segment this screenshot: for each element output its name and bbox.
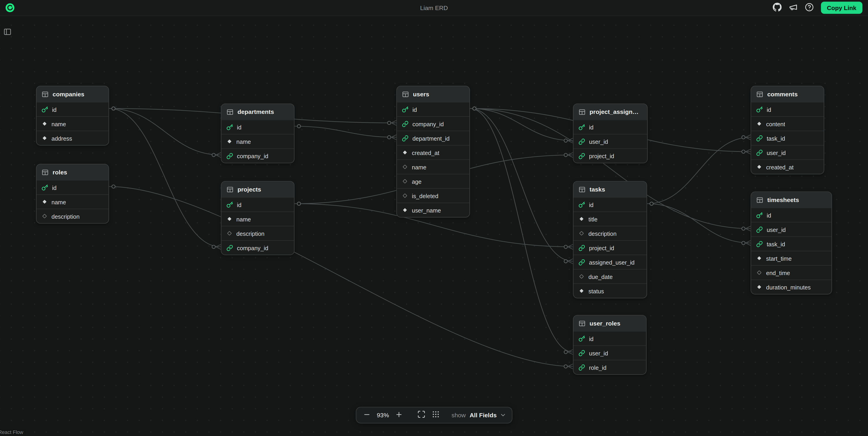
field-name: name [236, 138, 251, 145]
zoom-in-button[interactable] [394, 409, 404, 421]
table-header[interactable]: comments [751, 86, 824, 102]
release-notes-link[interactable] [789, 2, 798, 13]
table-header[interactable]: timesheets [751, 192, 832, 208]
field-row-timesheets-start_time[interactable]: start_time [751, 251, 832, 265]
field-name: user_id [589, 349, 608, 356]
field-row-timesheets-user_id[interactable]: user_id [751, 222, 832, 236]
field-row-timesheets-end_time[interactable]: end_time [751, 265, 832, 279]
key-icon [579, 124, 585, 130]
table-node-users[interactable]: usersidcompany_iddepartment_idcreated_at… [396, 86, 470, 218]
field-row-tasks-due_date[interactable]: due_date [574, 269, 647, 283]
table-node-user_roles[interactable]: user_rolesiduser_idrole_id [573, 315, 647, 375]
erd-canvas[interactable]: companiesidnameaddressrolesidnamedescrip… [0, 0, 868, 436]
field-row-users-is_deleted[interactable]: is_deleted [397, 188, 470, 203]
field-row-users-user_name[interactable]: user_name [397, 203, 470, 217]
field-row-project_assignments-project_id[interactable]: project_id [574, 148, 647, 163]
diamond-outline-icon [756, 270, 762, 276]
field-row-user_roles-id[interactable]: id [574, 331, 646, 345]
table-node-tasks[interactable]: tasksidtitledescriptionproject_idassigne… [573, 181, 647, 298]
field-row-comments-user_id[interactable]: user_id [751, 145, 824, 159]
key-icon [579, 201, 585, 208]
field-row-tasks-id[interactable]: id [574, 197, 647, 211]
plus-icon [395, 410, 403, 420]
field-row-users-id[interactable]: id [397, 102, 470, 116]
zoom-out-button[interactable] [362, 409, 372, 421]
sidebar-toggle-button[interactable] [3, 28, 12, 38]
table-node-roles[interactable]: rolesidnamedescription [36, 164, 109, 224]
field-row-companies-address[interactable]: address [36, 131, 108, 145]
table-node-departments[interactable]: departmentsidnamecompany_id [221, 103, 294, 163]
field-row-projects-id[interactable]: id [221, 197, 294, 211]
field-row-projects-company_id[interactable]: company_id [221, 240, 294, 254]
fit-view-button[interactable] [416, 409, 427, 421]
table-header[interactable]: companies [36, 86, 108, 102]
table-header[interactable]: user_roles [574, 315, 646, 331]
field-row-roles-description[interactable]: description [36, 209, 108, 223]
field-row-companies-id[interactable]: id [36, 102, 108, 116]
field-row-project_assignments-id[interactable]: id [574, 120, 647, 134]
field-row-timesheets-duration_minutes[interactable]: duration_minutes [751, 279, 832, 294]
link-icon [579, 138, 585, 145]
field-row-users-name[interactable]: name [397, 159, 470, 174]
fields-filter-dropdown[interactable]: All Fields [470, 412, 506, 418]
table-header[interactable]: projects [221, 182, 294, 197]
field-row-user_roles-role_id[interactable]: role_id [574, 360, 646, 374]
table-header[interactable]: project_assignments [574, 104, 647, 120]
field-row-timesheets-task_id[interactable]: task_id [751, 236, 832, 251]
field-row-companies-name[interactable]: name [36, 116, 108, 131]
table-header[interactable]: users [397, 86, 470, 102]
copy-link-button[interactable]: Copy Link [821, 2, 862, 14]
field-row-tasks-title[interactable]: title [574, 211, 647, 226]
field-row-user_roles-user_id[interactable]: user_id [574, 345, 646, 360]
field-row-departments-name[interactable]: name [221, 134, 294, 148]
field-row-tasks-status[interactable]: status [574, 283, 647, 298]
table-node-timesheets[interactable]: timesheetsiduser_idtask_idstart_timeend_… [751, 191, 832, 294]
field-name: created_at [766, 163, 794, 170]
table-node-projects[interactable]: projectsidnamedescriptioncompany_id [221, 181, 294, 255]
table-header[interactable]: tasks [574, 182, 647, 197]
field-row-projects-description[interactable]: description [221, 226, 294, 240]
table-header[interactable]: departments [221, 104, 294, 120]
key-icon [579, 335, 585, 342]
field-name: assigned_user_id [589, 259, 635, 266]
table-header[interactable]: roles [36, 164, 108, 180]
field-row-departments-id[interactable]: id [221, 120, 294, 134]
table-node-companies[interactable]: companiesidnameaddress [36, 86, 109, 146]
field-row-users-created_at[interactable]: created_at [397, 145, 470, 159]
field-name: created_at [412, 149, 439, 156]
react-flow-attribution[interactable]: React Flow [0, 429, 26, 436]
field-row-comments-id[interactable]: id [751, 102, 824, 116]
field-name: age [412, 178, 422, 185]
github-link[interactable] [773, 2, 781, 13]
table-icon [41, 168, 49, 176]
field-row-comments-task_id[interactable]: task_id [751, 131, 824, 145]
field-row-users-company_id[interactable]: company_id [397, 116, 470, 131]
tidy-up-button[interactable] [431, 409, 441, 421]
field-row-users-department_id[interactable]: department_id [397, 131, 470, 145]
field-row-tasks-assigned_user_id[interactable]: assigned_user_id [574, 254, 647, 269]
diamond-filled-icon [226, 138, 232, 145]
diamond-outline-icon [41, 213, 48, 219]
help-button[interactable] [805, 2, 814, 13]
table-node-project_assignments[interactable]: project_assignmentsiduser_idproject_id [573, 103, 648, 163]
table-node-comments[interactable]: commentsidcontenttask_iduser_idcreated_a… [751, 86, 824, 175]
github-icon [773, 2, 781, 13]
table-name: project_assignments [589, 108, 642, 115]
field-row-comments-content[interactable]: content [751, 116, 824, 131]
field-row-tasks-description[interactable]: description [574, 226, 647, 240]
field-row-departments-company_id[interactable]: company_id [221, 148, 294, 163]
field-row-comments-created_at[interactable]: created_at [751, 159, 824, 174]
field-row-project_assignments-user_id[interactable]: user_id [574, 134, 647, 148]
field-row-projects-name[interactable]: name [221, 211, 294, 226]
diamond-filled-icon [402, 150, 408, 156]
field-row-tasks-project_id[interactable]: project_id [574, 240, 647, 254]
key-icon [756, 212, 763, 218]
field-name: name [51, 120, 66, 127]
field-row-timesheets-id[interactable]: id [751, 208, 832, 222]
field-row-users-age[interactable]: age [397, 174, 470, 188]
table-name: users [413, 91, 429, 97]
liam-logo[interactable] [5, 3, 14, 12]
field-row-roles-name[interactable]: name [36, 194, 108, 209]
field-name: task_id [767, 241, 785, 247]
field-row-roles-id[interactable]: id [36, 180, 108, 194]
